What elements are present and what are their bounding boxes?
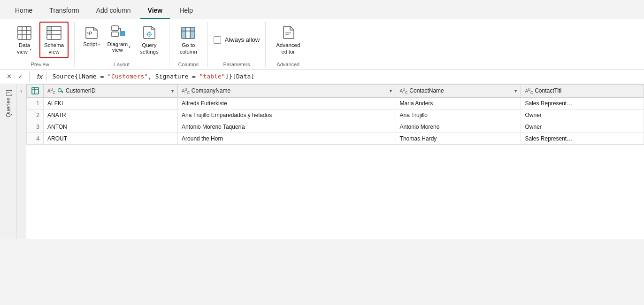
tab-home[interactable]: Home bbox=[8, 4, 40, 19]
formula-cancel-button[interactable]: ✕ bbox=[4, 71, 14, 82]
query-settings-button[interactable]: Querysettings bbox=[135, 22, 163, 58]
preview-group-label: Preview bbox=[11, 60, 69, 67]
go-to-column-label: Go tocolumn bbox=[180, 42, 197, 55]
cell-customerid-2: ANATR bbox=[44, 109, 178, 121]
col-name-customerid: CustomerID bbox=[66, 87, 96, 94]
col-name-contactname: ContactName bbox=[409, 87, 444, 94]
main-area: Queries [1] › bbox=[0, 84, 644, 239]
script-dropdown-arrow: ▾ bbox=[98, 42, 100, 47]
col-header-companyname[interactable]: ABC CompanyName ▾ bbox=[178, 84, 396, 97]
table-row: 2 ANATR Ana Trujillo Emparedados y helad… bbox=[27, 109, 644, 121]
cell-contacttitle-3: Owner bbox=[521, 121, 644, 133]
settings-icon bbox=[141, 24, 158, 41]
schema-icon bbox=[46, 24, 62, 41]
data-table-container: ABC CustomerID ▾ ABC bbox=[26, 84, 644, 239]
cell-companyname-4: Around the Horn bbox=[178, 133, 396, 144]
nav-tabs: Home Transform Add column View Help bbox=[0, 0, 644, 19]
tab-add-column[interactable]: Add column bbox=[89, 4, 138, 19]
key-icon bbox=[57, 87, 64, 94]
queries-sidebar: Queries [1] bbox=[0, 84, 17, 239]
data-view-button[interactable]: Dataview ˅ bbox=[11, 22, 38, 58]
companyname-dropdown[interactable]: ▾ bbox=[390, 88, 392, 94]
cell-companyname-2: Ana Trujillo Emparedados y helados bbox=[178, 109, 396, 121]
always-allow-checkbox[interactable] bbox=[214, 36, 221, 44]
diagram-view-label: Diagramview bbox=[107, 41, 128, 53]
svg-rect-24 bbox=[190, 27, 195, 39]
always-allow-label: Always allow bbox=[225, 36, 260, 43]
cell-companyname-3: Antonio Moreno Taquería bbox=[178, 121, 396, 133]
col-header-customerid[interactable]: ABC CustomerID ▾ bbox=[44, 84, 178, 97]
col-name-contacttitle: ContactTitl bbox=[535, 87, 561, 94]
col-header-contacttitle[interactable]: ABC ContactTitl bbox=[521, 84, 644, 97]
data-view-label: Dataview ˅ bbox=[17, 42, 32, 55]
row-num-2: 2 bbox=[27, 109, 44, 121]
layout-group-label: Layout bbox=[80, 60, 163, 67]
svg-rect-12 bbox=[112, 32, 118, 37]
cell-contactname-1: Maria Anders bbox=[396, 97, 521, 109]
table-row: 1 ALFKI Alfreds Futterkiste Maria Anders… bbox=[27, 97, 644, 109]
col-header-contactname[interactable]: ABC ContactName ▾ bbox=[396, 84, 521, 97]
diagram-icon bbox=[110, 23, 127, 40]
svg-point-17 bbox=[148, 34, 150, 35]
cell-customerid-4: AROUT bbox=[44, 133, 178, 144]
formula-controls: ✕ ✓ bbox=[4, 71, 30, 82]
tab-transform[interactable]: Transform bbox=[42, 4, 86, 19]
diagram-dropdown-arrow: ▾ bbox=[129, 45, 130, 49]
col-type-companyname: ABC bbox=[182, 87, 190, 95]
always-allow-row[interactable]: Always allow bbox=[214, 34, 260, 46]
col-type-contacttitle: ABC bbox=[525, 87, 533, 95]
col-name-companyname: CompanyName bbox=[192, 87, 230, 94]
diagram-view-button[interactable]: Diagramview ▾ bbox=[105, 22, 133, 54]
ribbon-group-columns: Go tocolumn Columns bbox=[169, 22, 208, 67]
formula-fx-label: fx bbox=[33, 72, 47, 80]
table-row: 4 AROUT Around the Horn Thomas Hardy Sal… bbox=[27, 133, 644, 144]
cell-contacttitle-2: Owner bbox=[521, 109, 644, 121]
go-to-column-button[interactable]: Go tocolumn bbox=[175, 22, 202, 58]
row-num-4: 4 bbox=[27, 133, 44, 144]
tab-help[interactable]: Help bbox=[172, 4, 200, 19]
table-header-row: ABC CustomerID ▾ ABC bbox=[27, 84, 644, 97]
cell-companyname-1: Alfreds Futterkiste bbox=[178, 97, 396, 109]
col-type-contactname: ABC bbox=[400, 87, 408, 95]
cell-customerid-3: ANTON bbox=[44, 121, 178, 133]
schema-view-button[interactable]: Schemaview bbox=[39, 22, 69, 58]
tab-view[interactable]: View bbox=[140, 4, 170, 19]
goto-icon bbox=[180, 24, 197, 41]
cell-contactname-3: Antonio Moreno bbox=[396, 121, 521, 133]
parameters-group-label: Parameters bbox=[214, 60, 260, 67]
svg-rect-11 bbox=[112, 26, 118, 31]
svg-rect-9 bbox=[47, 26, 51, 31]
cell-contacttitle-1: Sales Represent… bbox=[521, 97, 644, 109]
ribbon-group-layout: Script ▾ bbox=[75, 22, 169, 67]
script-label: Script bbox=[83, 41, 97, 47]
cell-contactname-4: Thomas Hardy bbox=[396, 133, 521, 144]
expand-arrow-icon: › bbox=[21, 88, 23, 94]
advanced-editor-label: Advancededitor bbox=[276, 42, 300, 55]
advanced-editor-button[interactable]: Advancededitor bbox=[271, 22, 305, 58]
svg-rect-0 bbox=[18, 26, 31, 39]
cell-customerid-1: ALFKI bbox=[44, 97, 178, 109]
formula-confirm-button[interactable]: ✓ bbox=[15, 71, 25, 82]
table-body: 1 ALFKI Alfreds Futterkiste Maria Anders… bbox=[27, 97, 644, 144]
row-num-1: 1 bbox=[27, 97, 44, 109]
advanced-icon bbox=[280, 24, 297, 41]
ribbon: Dataview ˅ bbox=[0, 19, 644, 70]
col-type-customerid: ABC bbox=[47, 87, 55, 95]
contactname-dropdown[interactable]: ▾ bbox=[514, 88, 517, 94]
formula-bar: ✕ ✓ fx Source{[Name = "Customers", Signa… bbox=[0, 70, 644, 84]
formula-expression: Source{[Name = "Customers", Signature = … bbox=[51, 72, 640, 81]
ribbon-group-parameters: Always allow Parameters bbox=[208, 22, 266, 67]
script-button[interactable]: Script ▾ bbox=[80, 22, 102, 48]
data-table: ABC CustomerID ▾ ABC bbox=[26, 84, 644, 145]
svg-rect-30 bbox=[32, 87, 38, 94]
expand-panel-button[interactable]: › bbox=[17, 84, 26, 239]
table-row: 3 ANTON Antonio Moreno Taquería Antonio … bbox=[27, 121, 644, 133]
svg-rect-10 bbox=[47, 31, 51, 35]
svg-rect-15 bbox=[120, 31, 125, 36]
customerid-dropdown[interactable]: ▾ bbox=[171, 88, 174, 94]
table-icon-header bbox=[27, 84, 44, 97]
advanced-group-label: Advanced bbox=[271, 60, 305, 67]
script-icon bbox=[84, 25, 99, 40]
query-settings-label: Querysettings bbox=[140, 42, 159, 55]
row-num-3: 3 bbox=[27, 121, 44, 133]
